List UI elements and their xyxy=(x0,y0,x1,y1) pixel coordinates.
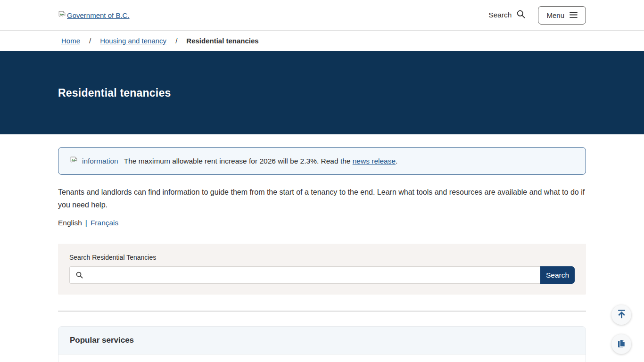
breadcrumb-housing-and-tenancy[interactable]: Housing and tenancy xyxy=(100,37,166,45)
page-title: Residential tenancies xyxy=(58,87,586,99)
intro-paragraph: Tenants and landlords can find informati… xyxy=(58,186,586,211)
breadcrumb-separator: / xyxy=(89,37,91,45)
arrow-to-top-icon xyxy=(616,309,627,321)
government-bc-logo-link[interactable]: Government of B.C. xyxy=(58,11,130,19)
popular-services-card: Popular services xyxy=(58,326,586,362)
search-input[interactable] xyxy=(69,266,540,284)
hero-banner: Residential tenancies xyxy=(0,51,644,134)
alert-text: The maximum allowable rent increase for … xyxy=(124,157,353,165)
language-toggle: English | Français xyxy=(58,219,586,227)
copy-button[interactable] xyxy=(611,334,631,354)
popular-services-title: Popular services xyxy=(70,336,134,345)
search-panel: Search Residential Tenancies Search xyxy=(58,244,586,295)
breadcrumb-current-page: Residential tenancies xyxy=(186,37,258,45)
popular-services-body xyxy=(58,354,586,362)
header-search-button[interactable]: Search xyxy=(488,9,526,21)
search-panel-label: Search Residential Tenancies xyxy=(69,254,575,261)
back-to-top-button[interactable] xyxy=(611,305,631,325)
section-divider xyxy=(58,311,586,312)
info-alert: information The maximum allowable rent i… xyxy=(58,147,586,175)
breadcrumb: Home / Housing and tenancy / Residential… xyxy=(0,31,644,51)
broken-image-icon xyxy=(58,11,66,19)
hamburger-icon xyxy=(570,11,578,19)
header-search-label: Search xyxy=(488,11,512,19)
broken-image-icon xyxy=(70,156,78,165)
info-icon-alt-text: information xyxy=(82,157,118,165)
main-content: information The maximum allowable rent i… xyxy=(58,147,586,362)
menu-button[interactable]: Menu xyxy=(538,6,586,25)
copy-icon xyxy=(617,338,626,350)
search-submit-button[interactable]: Search xyxy=(540,266,575,284)
menu-button-label: Menu xyxy=(546,11,564,19)
news-release-link[interactable]: news release xyxy=(353,157,396,165)
popular-services-header: Popular services xyxy=(58,327,586,354)
alert-message: The maximum allowable rent increase for … xyxy=(124,157,398,165)
search-icon xyxy=(75,271,83,281)
breadcrumb-home[interactable]: Home xyxy=(61,37,80,45)
language-current: English xyxy=(58,219,82,227)
header-actions: Search Menu xyxy=(488,6,586,25)
search-input-wrap xyxy=(69,266,540,284)
search-icon xyxy=(516,9,526,21)
breadcrumb-separator: / xyxy=(175,37,177,45)
site-header: Government of B.C. Search Menu xyxy=(0,0,644,31)
alert-text-end: . xyxy=(396,157,397,165)
language-link-french[interactable]: Français xyxy=(91,219,118,227)
logo-alt-text: Government of B.C. xyxy=(67,11,130,19)
language-separator: | xyxy=(85,219,87,227)
